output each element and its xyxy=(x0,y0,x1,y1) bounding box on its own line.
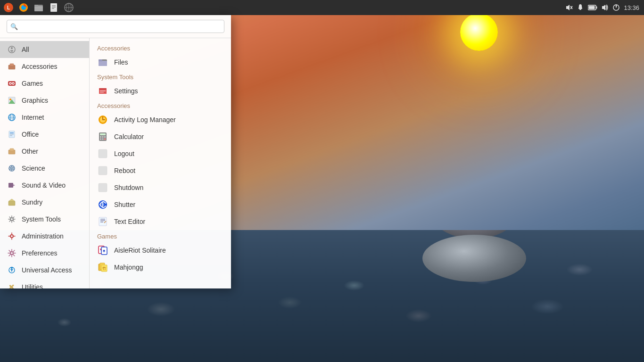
shutter-label: Shutter xyxy=(114,201,135,208)
app-item-shutter[interactable]: Shutter xyxy=(90,196,231,213)
search-input[interactable] xyxy=(7,20,224,33)
svg-rect-69 xyxy=(100,90,106,91)
section-header-accessories-1: Accessories xyxy=(90,42,231,54)
svg-rect-20 xyxy=(589,6,595,9)
accessories-icon xyxy=(7,61,17,72)
app-menu: 🔍 All xyxy=(0,15,231,288)
text-editor-label: Text Editor xyxy=(114,218,145,225)
svg-text:L: L xyxy=(7,5,10,10)
volume-icon[interactable] xyxy=(601,4,609,11)
sidebar-administration-label: Administration xyxy=(22,232,64,240)
svg-rect-82 xyxy=(99,166,107,175)
svg-rect-28 xyxy=(10,64,14,66)
mahjongg-label: Mahjongg xyxy=(114,263,143,271)
app-item-solitaire[interactable]: ♥ ♠ AisleRiot Solitaire xyxy=(90,242,231,259)
shutter-icon xyxy=(97,199,108,210)
svg-rect-83 xyxy=(99,183,107,192)
text-editor-icon xyxy=(97,216,108,227)
graphics-icon xyxy=(7,95,17,106)
file-manager-button[interactable] xyxy=(32,1,45,14)
office-icon xyxy=(7,129,17,140)
svg-rect-78 xyxy=(100,139,101,140)
network-button[interactable] xyxy=(62,1,75,14)
sidebar-system-tools-label: System Tools xyxy=(22,215,61,223)
sidebar-graphics-label: Graphics xyxy=(22,97,48,104)
search-icon: 🔍 xyxy=(10,23,18,30)
svg-rect-77 xyxy=(104,136,106,138)
sidebar-item-preferences[interactable]: Preferences xyxy=(0,245,89,262)
app-item-text-editor[interactable]: Text Editor xyxy=(90,213,231,230)
sidebar-item-internet[interactable]: Internet xyxy=(0,109,89,126)
sidebar-item-other[interactable]: Other xyxy=(0,143,89,160)
calculator-icon xyxy=(97,131,108,142)
document-viewer-button[interactable] xyxy=(47,1,60,14)
svg-rect-81 xyxy=(99,149,107,158)
sidebar: All Accessories xyxy=(0,38,90,288)
sundry-icon xyxy=(7,197,17,207)
svg-rect-6 xyxy=(34,5,38,7)
preferences-icon xyxy=(7,248,17,258)
games-icon xyxy=(7,78,17,89)
svg-rect-65 xyxy=(99,61,107,66)
activity-log-label: Activity Log Manager xyxy=(114,116,176,123)
sidebar-item-sundry[interactable]: Sundry xyxy=(0,194,89,211)
activity-log-icon xyxy=(97,114,108,125)
sidebar-item-administration[interactable]: Administration xyxy=(0,228,89,245)
sidebar-sound-video-label: Sound & Video xyxy=(22,181,66,189)
sidebar-item-accessories[interactable]: Accessories xyxy=(0,58,89,75)
sidebar-item-office[interactable]: Office xyxy=(0,126,89,143)
app-item-settings[interactable]: Settings xyxy=(90,82,231,99)
mute-icon[interactable] xyxy=(565,4,573,11)
mahjongg-icon: 竹 xyxy=(97,262,108,273)
svg-rect-19 xyxy=(596,7,597,9)
sidebar-all-label: All xyxy=(22,46,29,53)
svg-rect-42 xyxy=(10,134,14,135)
settings-label: Settings xyxy=(114,87,138,95)
sidebar-item-graphics[interactable]: Graphics xyxy=(0,92,89,109)
svg-marker-54 xyxy=(8,199,15,201)
reboot-label: Reboot xyxy=(114,167,135,174)
svg-point-56 xyxy=(10,235,13,238)
sidebar-item-system-tools[interactable]: System Tools xyxy=(0,211,89,228)
sidebar-games-label: Games xyxy=(22,80,43,87)
app-item-shutdown[interactable]: Shutdown xyxy=(90,179,231,196)
app-item-logout[interactable]: Logout xyxy=(90,145,231,162)
panel-right: 13:36 xyxy=(565,4,644,11)
firefox-button[interactable] xyxy=(17,1,30,14)
svg-point-85 xyxy=(101,203,104,206)
svg-rect-75 xyxy=(100,136,101,138)
svg-rect-74 xyxy=(100,133,106,135)
svg-rect-79 xyxy=(102,139,104,140)
sidebar-universal-access-label: Universal Access xyxy=(22,266,72,274)
app-item-reboot[interactable]: Reboot xyxy=(90,162,231,179)
app-item-activity-log[interactable]: Activity Log Manager xyxy=(90,111,231,128)
sidebar-item-games[interactable]: Games xyxy=(0,75,89,92)
app-item-calculator[interactable]: Calculator xyxy=(90,128,231,145)
svg-rect-68 xyxy=(99,90,107,94)
solitaire-label: AisleRiot Solitaire xyxy=(114,247,166,254)
logout-icon xyxy=(97,148,108,159)
sidebar-item-science[interactable]: Science xyxy=(0,160,89,177)
science-icon xyxy=(7,163,17,173)
sidebar-internet-label: Internet xyxy=(22,114,44,121)
sidebar-item-universal-access[interactable]: Universal Access xyxy=(0,262,89,279)
power-icon[interactable] xyxy=(612,4,620,11)
sidebar-item-sound-video[interactable]: Sound & Video xyxy=(0,177,89,194)
svg-rect-7 xyxy=(50,3,57,12)
bell-icon[interactable] xyxy=(577,4,584,11)
sidebar-other-label: Other xyxy=(22,148,38,155)
app-item-files[interactable]: Files xyxy=(90,54,231,71)
svg-rect-76 xyxy=(102,136,104,138)
app-item-mahjongg[interactable]: 竹 Mahjongg xyxy=(90,259,231,276)
system-tools-icon xyxy=(7,214,17,224)
svg-rect-51 xyxy=(8,183,13,188)
svg-marker-52 xyxy=(13,184,15,186)
lxde-logo-button[interactable]: L xyxy=(2,1,15,14)
sun-decoration xyxy=(460,13,498,51)
sidebar-item-utilities[interactable]: Utilities xyxy=(0,279,89,288)
sidebar-item-all[interactable]: All xyxy=(0,41,89,58)
search-bar: 🔍 xyxy=(0,15,231,38)
universal-access-icon xyxy=(7,265,17,275)
section-header-system-tools: System Tools xyxy=(90,71,231,82)
battery-icon[interactable] xyxy=(588,5,597,10)
